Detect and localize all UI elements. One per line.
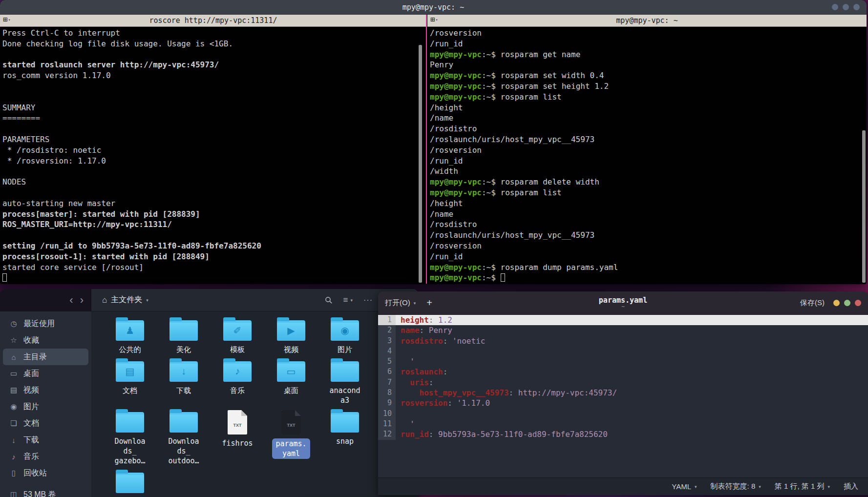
volume-icon: ◫: [9, 490, 18, 497]
tab-width-selector[interactable]: 制表符宽度: 8 ▾: [711, 482, 761, 491]
text-file-icon: TXT: [281, 410, 301, 435]
line-content: rosdistro: 'noetic: [396, 336, 485, 346]
file-grid-area[interactable]: ♟公共的美化✐模板▶视频◉图片▤文档↓下载♪音乐▭桌面anacond a3Dow…: [91, 311, 419, 497]
file-item[interactable]: ♪音乐: [211, 354, 264, 405]
terminal-line: Done checking log file disk usage. Usage…: [2, 39, 426, 50]
terminal-line: /height: [430, 103, 867, 114]
search-button[interactable]: [325, 296, 333, 304]
text-file-icon: TXT: [228, 410, 247, 435]
sidebar-item-trash[interactable]: ▯回收站: [3, 465, 88, 481]
downloads-icon: ↓: [9, 436, 18, 444]
sidebar-item-starred[interactable]: ☆收藏: [3, 332, 88, 349]
terminal-line: mpy@mpy-vpc:~$: [430, 273, 867, 284]
editor-headerbar: 打开(O) ▾ + params.yaml ~ 保存(S): [378, 291, 868, 315]
line-content: name: Penry: [396, 325, 452, 335]
location-label: 主文件夹: [111, 295, 142, 305]
folded-corner-icon: [295, 410, 301, 416]
music-icon: ♪: [9, 453, 18, 461]
back-icon[interactable]: ‹: [69, 295, 73, 305]
terminal-line: [2, 50, 426, 61]
scrollbar-right-pane[interactable]: [862, 130, 866, 283]
file-item[interactable]: ♟公共的: [103, 313, 157, 354]
folder-icon: ♪: [223, 361, 252, 382]
language-selector[interactable]: YAML ▾: [672, 482, 697, 491]
file-manager-headerbar: ‹ › ⌂ 主文件夹 ▾ ≡ ▾ ···: [0, 289, 419, 311]
terminal-output-right[interactable]: /rosversion/run_idmpy@mpy-vpc:~$ rospara…: [427, 27, 867, 284]
folder-icon: ♟: [116, 320, 144, 341]
sidebar-item-documents[interactable]: ❏文档: [3, 415, 88, 432]
line-number: 12: [378, 429, 396, 439]
menu-button[interactable]: ···: [363, 296, 373, 305]
file-item[interactable]: snap: [318, 405, 372, 466]
location-button[interactable]: ⌂ 主文件夹 ▾: [102, 295, 148, 305]
file-item[interactable]: TXTparams. yaml: [264, 405, 318, 466]
cursor-position-selector[interactable]: 第 1 行, 第 1 列 ▾: [775, 482, 830, 491]
open-button[interactable]: 打开(O) ▾: [385, 298, 416, 308]
window-button-icon[interactable]: [844, 300, 850, 306]
forward-icon[interactable]: ›: [80, 295, 84, 305]
pane-titlebar-left[interactable]: ⊞ ▾ roscore http://mpy-vpc:11311/: [0, 15, 426, 27]
language-label: YAML: [672, 482, 691, 491]
chevron-down-icon: ▾: [350, 298, 353, 303]
terminal-output-left[interactable]: Press Ctrl-C to interruptDone checking l…: [0, 27, 426, 284]
sidebar-item-recent[interactable]: ◷最近使用: [3, 315, 88, 332]
tab-width-label: 制表符宽度: 8: [711, 482, 756, 491]
chevron-down-icon: ▾: [827, 484, 830, 489]
terminal-line: [2, 188, 426, 199]
sidebar-item-downloads[interactable]: ↓下载: [3, 432, 88, 448]
sidebar-item-volume[interactable]: ◫53 MB 卷: [3, 486, 88, 497]
terminal-titlebar[interactable]: mpy@mpy-vpc: ~: [0, 0, 867, 15]
view-toggle-button[interactable]: ≡ ▾: [343, 295, 353, 305]
file-item-label: snap: [318, 436, 372, 446]
open-button-label: 打开(O): [385, 298, 410, 308]
pane-divider[interactable]: [426, 15, 427, 284]
sidebar-item-videos[interactable]: ▤视频: [3, 382, 88, 398]
window-button-icon[interactable]: [833, 300, 840, 306]
file-item[interactable]: TXTfishros: [211, 405, 264, 466]
editor-line: 9rosversion: '1.17.0: [378, 398, 868, 408]
terminal-line: /rosversion: [430, 28, 867, 39]
terminal-line: * /rosdistro: noetic: [2, 145, 426, 156]
file-item[interactable]: ▶视频: [264, 313, 318, 354]
file-item-label: 下载: [157, 386, 211, 395]
file-item[interactable]: Downloa ds_ outdoo…: [157, 405, 211, 466]
file-item[interactable]: ◉图片: [318, 313, 372, 354]
file-item-label: Downloa ds_ outdoo…: [157, 436, 211, 466]
window-button-icon[interactable]: [853, 4, 860, 10]
file-item[interactable]: 美化: [157, 313, 211, 354]
pane-titlebar-right[interactable]: ⊞ ▾ mpy@mpy-vpc: ~: [427, 15, 867, 27]
file-item[interactable]: anacond a3: [318, 354, 372, 405]
window-button-icon[interactable]: [843, 4, 849, 10]
window-button-icon[interactable]: [855, 300, 861, 306]
file-item[interactable]: workspa: [103, 466, 157, 497]
file-item[interactable]: Downloa ds_ gazebo…: [103, 405, 157, 466]
folder-icon: [116, 412, 144, 433]
window-button-icon[interactable]: [832, 4, 838, 10]
terminal-line: /height: [430, 199, 867, 209]
scrollbar-left-pane[interactable]: [419, 45, 422, 283]
templates-emblem-icon: ✐: [223, 325, 252, 336]
terminal-window-title: mpy@mpy-vpc: ~: [402, 3, 464, 12]
save-button[interactable]: 保存(S): [800, 298, 825, 308]
file-item[interactable]: ▤文档: [103, 354, 157, 405]
sidebar-item-music[interactable]: ♪音乐: [3, 448, 88, 465]
line-number: 7: [378, 377, 396, 388]
sidebar-item-pictures[interactable]: ◉图片: [3, 398, 88, 415]
new-tab-button[interactable]: +: [426, 297, 432, 309]
chevron-down-icon: ▾: [759, 484, 761, 489]
file-item-label: 文档: [103, 386, 157, 395]
line-number: 6: [378, 367, 396, 377]
sidebar-item-desktop[interactable]: ▭桌面: [3, 365, 88, 382]
text-editor-window: 打开(O) ▾ + params.yaml ~ 保存(S) 1height: 1…: [378, 291, 868, 495]
terminal-line: [2, 92, 426, 103]
terminal-line: process[rosout-1]: started with pid [288…: [2, 252, 426, 263]
users-emblem-icon: ♟: [116, 325, 144, 336]
file-item[interactable]: ✐模板: [211, 313, 264, 354]
editor-text-area[interactable]: 1height: 1.22name: Penry3rosdistro: 'noe…: [378, 315, 868, 477]
file-item[interactable]: ▭桌面: [264, 354, 318, 405]
terminal-line: SUMMARY: [2, 103, 426, 114]
terminal-line: mpy@mpy-vpc:~$ rosparam list: [430, 188, 867, 199]
sidebar-item-home[interactable]: ⌂主目录: [3, 349, 88, 365]
file-item[interactable]: ↓下载: [157, 354, 211, 405]
editor-line: 7 uris:: [378, 377, 868, 388]
